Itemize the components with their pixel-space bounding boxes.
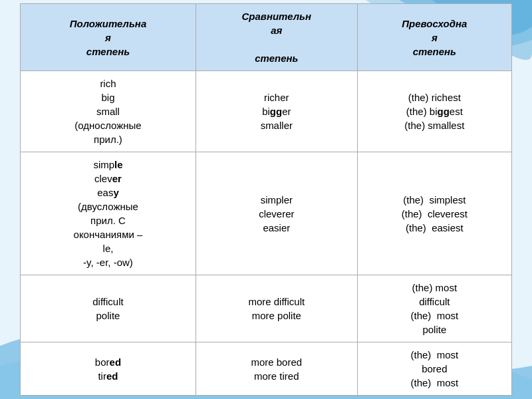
cell-positive-4: boredtired xyxy=(21,342,196,396)
comparison-table: Положительнаястепень Сравнительнаястепен… xyxy=(20,3,512,396)
cell-comparative-1: richerbiggersmaller xyxy=(196,71,357,152)
table-header-row: Положительнаястепень Сравнительнаястепен… xyxy=(21,4,512,71)
cell-positive-1: richbigsmall(односложныеприл.) xyxy=(21,71,196,152)
header-comparative: Сравнительнаястепень xyxy=(196,4,357,71)
cell-positive-2: simpleclevereasy(двусложныеприл. Соконча… xyxy=(21,152,196,275)
cell-superlative-1: (the) richest(the) biggest(the) smallest xyxy=(357,71,511,152)
table-row: boredtired more boredmore tired (the) mo… xyxy=(21,342,512,396)
table-row: simpleclevereasy(двусложныеприл. Соконча… xyxy=(21,152,512,275)
cell-superlative-2: (the) simplest(the) cleverest(the) easie… xyxy=(357,152,511,275)
cell-superlative-4: (the) mostbored(the) most xyxy=(357,342,511,396)
table-row: richbigsmall(односложныеприл.) richerbig… xyxy=(21,71,512,152)
cell-positive-3: difficultpolite xyxy=(21,275,196,342)
cell-comparative-2: simplercleverereasier xyxy=(196,152,357,275)
header-superlative: Превосходнаястепень xyxy=(357,4,511,71)
page-wrapper: Положительнаястепень Сравнительнаястепен… xyxy=(0,0,532,399)
cell-comparative-3: more difficultmore polite xyxy=(196,275,357,342)
header-positive: Положительнаястепень xyxy=(21,4,196,71)
table-row: difficultpolite more difficultmore polit… xyxy=(21,275,512,342)
cell-comparative-4: more boredmore tired xyxy=(196,342,357,396)
cell-superlative-3: (the) mostdifficult(the) mostpolite xyxy=(357,275,511,342)
